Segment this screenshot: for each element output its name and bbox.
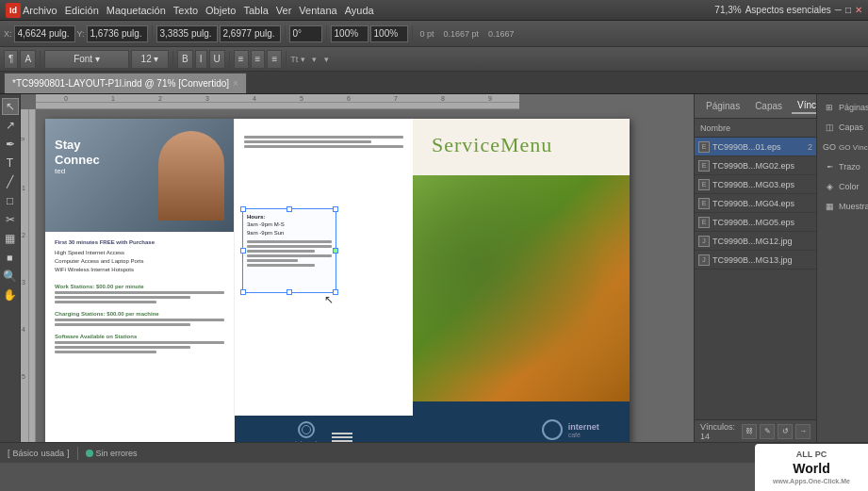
document-canvas[interactable]: Stay Connec ted First 30 minutes FREE wi… <box>36 109 694 442</box>
menu-ventana[interactable]: Ventana <box>299 5 336 16</box>
font-btn[interactable]: Font ▾ <box>44 50 129 69</box>
menu-ver[interactable]: Ver <box>276 5 292 16</box>
window-controls[interactable]: 71,3% Aspectos esenciales ─ □ ✕ <box>714 5 862 15</box>
gradient-tool[interactable]: ▦ <box>2 230 19 247</box>
direct-select-tool[interactable]: ↗ <box>2 117 19 134</box>
handle-mid-right[interactable] <box>333 248 338 254</box>
zoom-tool[interactable]: 🔍 <box>2 268 19 285</box>
handle-top-left[interactable] <box>240 206 246 212</box>
document-tab[interactable]: *TC9990801-LAYOUT-P1l.indd @ 71% [Conver… <box>4 73 247 93</box>
handle-top-right[interactable] <box>333 206 338 212</box>
far-right-panel: ⊞ Páginas ◫ Capas GO GO Vínculos ╾ Trazo… <box>816 94 868 442</box>
tools-panel: ↖ ↗ ✒ T ╱ □ ✂ ▦ ◼ 🔍 ✋ <box>0 94 21 442</box>
rect-tool[interactable]: □ <box>2 192 19 209</box>
link-eps-icon-1: E <box>698 160 710 172</box>
menu-edicion[interactable]: Edición <box>65 5 99 16</box>
menu-ayuda[interactable]: Ayuda <box>345 5 374 16</box>
layers-icon: ◫ <box>823 121 836 134</box>
brochure-mid-panel: Hours: 3am -9pm M-S 9am -9pm Sun <box>234 119 413 442</box>
align-right-btn[interactable]: ≡ <box>267 50 282 69</box>
brochure-right-bottom: internet café <box>413 401 630 442</box>
scale-y-input[interactable] <box>370 25 408 42</box>
menu-texto[interactable]: Texto <box>173 5 198 16</box>
link-item-3[interactable]: E TC9990B...MG04.eps <box>695 194 816 213</box>
fr-links[interactable]: GO GO Vínculos <box>819 138 866 156</box>
separator-1 <box>152 25 153 42</box>
link-item-6[interactable]: J TC9990B...MG13.jpg <box>695 251 816 270</box>
separator-3 <box>326 25 327 42</box>
italic-btn[interactable]: I <box>195 50 207 69</box>
x-position-input[interactable] <box>14 25 75 42</box>
underline-btn[interactable]: U <box>209 50 225 69</box>
align-left-btn[interactable]: ≡ <box>234 50 249 69</box>
menu-tabla[interactable]: Tabla <box>243 5 268 16</box>
stroke-icon: ╾ <box>823 160 836 173</box>
link-jpg-icon-5: J <box>698 236 710 247</box>
link-name-6: TC9990B...MG13.jpg <box>712 255 812 265</box>
align-center-btn[interactable]: ≡ <box>251 50 266 69</box>
paragraph-btn[interactable]: ¶ <box>4 50 18 69</box>
link-item-0[interactable]: E TC9990B...01.eps 2 <box>695 138 816 156</box>
handle-top-center[interactable] <box>287 206 292 212</box>
separator-2 <box>285 25 286 42</box>
gradient-swatch[interactable]: ◼ <box>2 249 19 266</box>
link-chain-btn[interactable]: ⛓ <box>742 424 757 439</box>
angle-input[interactable] <box>289 25 322 42</box>
fr-layers[interactable]: ◫ Capas <box>819 118 866 137</box>
menu-objeto[interactable]: Objeto <box>205 5 236 16</box>
scale-x-input[interactable] <box>331 25 368 42</box>
handle-bot-center[interactable] <box>287 289 292 295</box>
pen-tool[interactable]: ✒ <box>2 136 19 153</box>
tab-close-btn[interactable]: × <box>233 78 238 89</box>
pages-tab[interactable]: Páginas <box>700 99 745 113</box>
text-tool[interactable]: T <box>2 155 19 172</box>
width-input[interactable] <box>156 25 218 42</box>
handle-bot-left[interactable] <box>240 289 246 295</box>
fr-pages[interactable]: ⊞ Páginas <box>819 98 866 117</box>
app-icon: Id <box>6 3 21 18</box>
handle-mid-left[interactable] <box>240 248 246 254</box>
menu-bar[interactable]: Archivo Edición Maquetación Texto Objeto… <box>23 5 374 16</box>
watermark-sub: www.Apps.One-Click.Me <box>773 477 850 485</box>
height-input[interactable] <box>220 25 281 42</box>
links-count: Vínculos: 14 <box>700 422 738 441</box>
link-item-1[interactable]: E TC9990B...MG02.eps <box>695 156 816 175</box>
layers-tab[interactable]: Capas <box>749 99 788 113</box>
scissors-tool[interactable]: ✂ <box>2 211 19 228</box>
fr-color[interactable]: ◈ Color <box>819 177 866 196</box>
link-item-4[interactable]: E TC9990B...MG05.eps <box>695 213 816 232</box>
fr-swatches[interactable]: ▦ Muestras <box>819 197 866 216</box>
link-edit-btn[interactable]: ✎ <box>760 424 775 439</box>
maximize-btn[interactable]: □ <box>845 5 851 15</box>
hand-tool[interactable]: ✋ <box>2 286 19 303</box>
link-update-btn[interactable]: ↺ <box>778 424 793 439</box>
canvas-area[interactable]: 0 1 2 3 4 5 6 7 8 9 0 1 2 3 4 5 <box>21 94 694 442</box>
link-item-2[interactable]: E TC9990B...MG03.eps <box>695 175 816 194</box>
status-style: [ Básico usada ] <box>8 449 70 458</box>
size-btn[interactable]: 12 ▾ <box>131 50 169 69</box>
link-name-1: TC9990B...MG02.eps <box>712 161 812 171</box>
selected-text-frame[interactable]: Hours: 3am -9pm M-S 9am -9pm Sun <box>242 208 336 293</box>
select-tool-btn[interactable]: X: Y: <box>4 25 148 42</box>
color-icon: ◈ <box>823 180 836 193</box>
menu-archivo[interactable]: Archivo <box>23 5 57 16</box>
section-1-lines <box>55 291 224 303</box>
status-errors-label: Sin errores <box>96 449 138 458</box>
y-position-input[interactable] <box>87 25 148 42</box>
promo-list: High Speed Internet Access Computer Acce… <box>55 249 224 274</box>
menu-maquetacion[interactable]: Maquetación <box>106 5 166 16</box>
link-item-5[interactable]: J TC9990B...MG12.jpg <box>695 232 816 251</box>
title-bar: Id Archivo Edición Maquetación Texto Obj… <box>0 0 868 21</box>
line-tool[interactable]: ╱ <box>2 173 19 190</box>
close-btn[interactable]: ✕ <box>855 5 862 15</box>
minimize-btn[interactable]: ─ <box>835 5 842 15</box>
link-goto-btn[interactable]: → <box>795 424 811 439</box>
bold-btn[interactable]: B <box>177 50 193 69</box>
fr-swatches-label: Muestras <box>839 202 868 211</box>
fr-stroke[interactable]: ╾ Trazo <box>819 157 866 176</box>
mid-content-lines-1 <box>244 136 403 152</box>
char-style-btn[interactable]: A <box>20 50 36 69</box>
selection-tool[interactable]: ↖ <box>2 98 19 115</box>
v-ruler: 0 1 2 3 4 5 <box>21 109 36 442</box>
food-decoration <box>413 175 630 401</box>
